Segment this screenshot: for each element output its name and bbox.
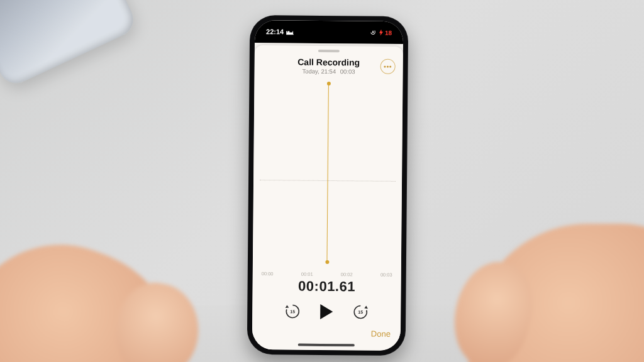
time-axis: 00:00 00:01 00:02 00:03 — [259, 271, 395, 278]
recording-sheet: Call Recording Today, 21:54 00:03 ••• 00… — [252, 45, 403, 351]
recording-date: Today, 21:54 — [302, 68, 336, 75]
home-indicator[interactable] — [298, 344, 355, 347]
waveform[interactable]: 00:00 00:01 00:02 00:03 — [259, 82, 397, 279]
play-button[interactable] — [316, 301, 337, 322]
sleep-mode-icon — [286, 29, 294, 35]
done-row: Done — [252, 324, 401, 339]
battery-pct: 18 — [385, 29, 392, 36]
clock-text: 22:14 — [266, 28, 284, 35]
hand-left — [0, 217, 214, 362]
screen: 22:14 18 Call Recording — [252, 20, 404, 351]
skip-forward-15-button[interactable]: 15 — [351, 302, 370, 321]
more-options-button[interactable]: ••• — [380, 59, 396, 74]
battery-indicator: 18 — [379, 29, 392, 36]
other-phone-prop — [0, 0, 139, 89]
sheet-header: Call Recording Today, 21:54 00:03 ••• — [254, 54, 402, 80]
transport-controls: 15 15 — [252, 300, 401, 323]
tick-label: 00:00 — [262, 271, 274, 277]
current-timecode: 00:01.61 — [252, 278, 401, 295]
skip-back-label: 15 — [290, 309, 295, 314]
status-left: 22:14 — [266, 28, 294, 35]
tick-label: 00:01 — [301, 272, 313, 277]
recording-duration: 00:03 — [340, 68, 355, 75]
recording-title: Call Recording — [261, 57, 397, 68]
recording-subtitle: Today, 21:54 00:03 — [261, 67, 397, 75]
tick-label: 00:03 — [380, 272, 392, 278]
playhead[interactable] — [326, 84, 328, 262]
status-right: 18 — [370, 29, 392, 36]
hand-right — [468, 224, 644, 362]
sheet-grabber[interactable] — [318, 50, 340, 52]
svg-rect-0 — [372, 31, 374, 33]
tick-label: 00:02 — [341, 272, 353, 277]
iphone-device: 22:14 18 Call Recording — [247, 15, 409, 356]
skip-back-15-button[interactable]: 15 — [283, 302, 302, 321]
done-button[interactable]: Done — [371, 329, 391, 339]
skip-fwd-label: 15 — [358, 310, 363, 314]
dynamic-island — [304, 25, 353, 40]
rotation-lock-icon — [370, 30, 376, 36]
ellipsis-icon: ••• — [384, 63, 392, 70]
